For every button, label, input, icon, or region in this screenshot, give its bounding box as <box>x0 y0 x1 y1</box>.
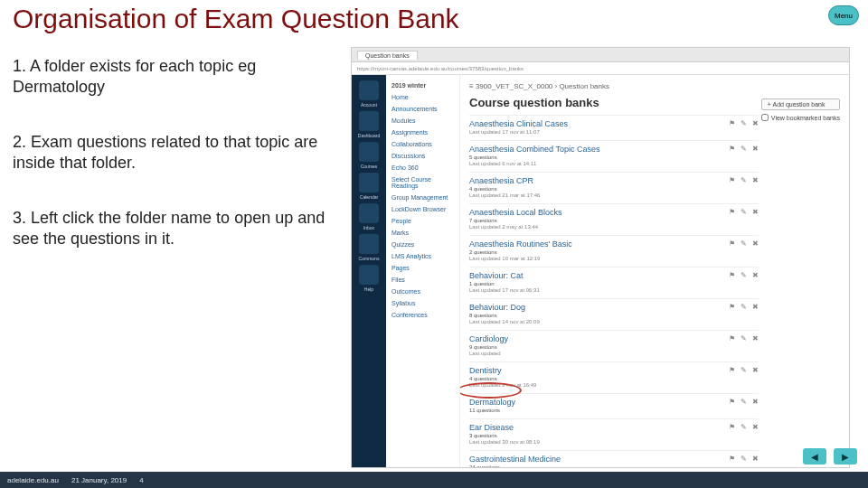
question-bank-row[interactable]: Anaesthesia Local Blocks7 questionsLast … <box>469 203 759 235</box>
instruction-1: 1. A folder exists for each topic eg Der… <box>13 56 338 97</box>
bank-title[interactable]: Behaviour: Dog <box>469 303 759 312</box>
question-bank-row[interactable]: Anaesthesia CPR4 questionsLast updated 2… <box>469 172 759 203</box>
question-bank-row[interactable]: Anaesthesia Routines' Basic2 questionsLa… <box>469 235 759 267</box>
delete-icon[interactable]: ✖ <box>752 366 759 374</box>
delete-icon[interactable]: ✖ <box>752 208 759 216</box>
bookmark-icon[interactable]: ⚑ <box>729 208 735 216</box>
rail-item-dashboard[interactable] <box>359 111 379 131</box>
sidenav-item[interactable]: LockDown Browser <box>392 206 454 212</box>
bank-title[interactable]: Anaesthesia Clinical Cases <box>469 119 759 128</box>
question-bank-row[interactable]: Anaesthesia Combined Topic Cases5 questi… <box>469 140 759 172</box>
question-bank-row[interactable]: Anaesthesia Clinical CasesLast updated 1… <box>469 115 759 140</box>
edit-icon[interactable]: ✎ <box>741 398 747 406</box>
bookmark-icon[interactable]: ⚑ <box>729 455 735 463</box>
sidenav-item[interactable]: Discussions <box>392 153 454 159</box>
bank-title[interactable]: Anaesthesia Combined Topic Cases <box>469 145 759 154</box>
bank-title[interactable]: Dentistry <box>469 366 759 375</box>
rail-item-account[interactable] <box>359 80 379 100</box>
bank-title[interactable]: Behaviour: Cat <box>469 271 759 280</box>
delete-icon[interactable]: ✖ <box>752 176 759 184</box>
delete-icon[interactable]: ✖ <box>752 423 759 431</box>
edit-icon[interactable]: ✎ <box>741 176 747 184</box>
edit-icon[interactable]: ✎ <box>741 455 747 463</box>
bank-title[interactable]: Cardiology <box>469 334 759 343</box>
rail-item-inbox[interactable] <box>359 203 379 223</box>
rail-item-courses[interactable] <box>359 142 379 162</box>
bank-title[interactable]: Gastrointestinal Medicine <box>469 455 759 464</box>
delete-icon[interactable]: ✖ <box>752 455 759 463</box>
rail-item-help[interactable] <box>359 265 379 285</box>
bank-title[interactable]: Ear Disease <box>469 423 759 432</box>
delete-icon[interactable]: ✖ <box>752 334 759 343</box>
sidenav-item[interactable]: Assignments <box>392 129 454 136</box>
bank-title[interactable]: Anaesthesia CPR <box>469 176 759 185</box>
view-bookmarked-label: View bookmarked banks <box>771 115 840 121</box>
sidenav-item[interactable]: Quizzes <box>392 241 454 248</box>
delete-icon[interactable]: ✖ <box>752 303 759 311</box>
bank-count: 4 questions <box>469 376 759 381</box>
bookmark-icon[interactable]: ⚑ <box>729 271 735 279</box>
bookmark-icon[interactable]: ⚑ <box>729 119 735 127</box>
question-bank-row[interactable]: Gastrointestinal Medicine24 questionsLas… <box>469 450 759 467</box>
bookmark-icon[interactable]: ⚑ <box>729 239 735 248</box>
sidenav-item[interactable]: Group Management <box>392 194 454 201</box>
view-bookmarked-input[interactable] <box>761 114 769 121</box>
bookmark-icon[interactable]: ⚑ <box>729 176 735 184</box>
delete-icon[interactable]: ✖ <box>752 145 759 153</box>
bank-title[interactable]: Dermatology <box>469 398 759 407</box>
rail-item-calendar[interactable] <box>359 173 379 192</box>
question-bank-row[interactable]: Cardiology9 questionsLast updated⚑✎✖ <box>469 330 759 361</box>
sidenav-item[interactable]: Conferences <box>392 312 454 318</box>
edit-icon[interactable]: ✎ <box>741 334 747 343</box>
bank-updated: Last updated 21 mar at 17:46 <box>469 192 759 198</box>
bookmark-icon[interactable]: ⚑ <box>729 366 735 374</box>
sidenav-item[interactable]: Announcements <box>392 106 454 112</box>
question-bank-row[interactable]: Dentistry4 questionsLast updated 2 nov a… <box>469 361 759 393</box>
sidenav-item[interactable]: Select Course Readings <box>392 176 454 189</box>
sidenav-item[interactable]: Marks <box>392 230 454 236</box>
question-bank-row[interactable]: Dermatology11 questions⚑✎✖ <box>469 393 759 418</box>
delete-icon[interactable]: ✖ <box>752 271 759 279</box>
bank-title[interactable]: Anaesthesia Routines' Basic <box>469 239 759 249</box>
edit-icon[interactable]: ✎ <box>741 208 747 216</box>
bookmark-icon[interactable]: ⚑ <box>729 303 735 311</box>
question-bank-row[interactable]: Behaviour: Dog8 questionsLast updated 14… <box>469 298 759 330</box>
question-bank-row[interactable]: Ear Disease3 questionsLast updated 30 no… <box>469 418 759 450</box>
sidenav-item[interactable]: Files <box>392 277 454 283</box>
bookmark-icon[interactable]: ⚑ <box>729 334 735 343</box>
footer: adelaide.edu.au 21 January, 2019 4 <box>0 472 868 488</box>
delete-icon[interactable]: ✖ <box>752 398 759 406</box>
sidenav-item[interactable]: Modules <box>392 117 454 124</box>
sidenav-item[interactable]: People <box>392 218 454 224</box>
bank-title[interactable]: Anaesthesia Local Blocks <box>469 208 759 217</box>
browser-tab[interactable]: Question banks <box>357 51 418 60</box>
edit-icon[interactable]: ✎ <box>741 423 747 431</box>
next-arrow[interactable]: ▶ <box>834 448 857 465</box>
edit-icon[interactable]: ✎ <box>741 366 747 374</box>
prev-arrow[interactable]: ◀ <box>803 448 826 465</box>
browser-urlbar[interactable]: https://myuni-canvas.adelaide.edu.au/cou… <box>352 62 849 75</box>
bookmark-icon[interactable]: ⚑ <box>729 145 735 153</box>
question-bank-row[interactable]: Behaviour: Cat1 questionLast updated 17 … <box>469 267 759 298</box>
rail-item-commons[interactable] <box>359 234 379 254</box>
bookmark-icon[interactable]: ⚑ <box>729 423 735 431</box>
delete-icon[interactable]: ✖ <box>752 119 759 127</box>
bookmark-icon[interactable]: ⚑ <box>729 398 735 406</box>
view-bookmarked-checkbox[interactable]: View bookmarked banks <box>761 114 840 121</box>
sidenav-item[interactable]: Collaborations <box>392 141 454 147</box>
edit-icon[interactable]: ✎ <box>741 271 747 279</box>
edit-icon[interactable]: ✎ <box>741 119 747 127</box>
edit-icon[interactable]: ✎ <box>741 239 747 248</box>
edit-icon[interactable]: ✎ <box>741 145 747 153</box>
delete-icon[interactable]: ✖ <box>752 239 759 248</box>
sidenav-item[interactable]: Echo 360 <box>392 164 454 171</box>
sidenav-item[interactable]: Syllabus <box>392 300 454 306</box>
add-question-bank-button[interactable]: + Add question bank <box>761 99 840 110</box>
edit-icon[interactable]: ✎ <box>741 303 747 311</box>
sidenav-item[interactable]: Outcomes <box>392 288 454 295</box>
menu-button[interactable]: Menu <box>828 5 859 25</box>
sidenav-item[interactable]: Pages <box>392 265 454 271</box>
sidenav-item[interactable]: Home <box>392 94 454 100</box>
sidenav-item[interactable]: LMS Analytics <box>392 253 454 259</box>
page-actions: + Add question bank View bookmarked bank… <box>761 99 840 121</box>
